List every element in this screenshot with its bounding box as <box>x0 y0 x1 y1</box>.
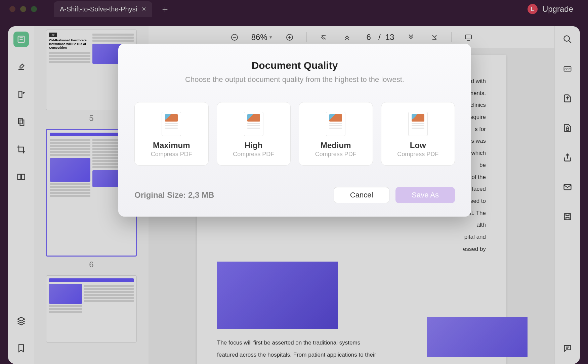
document-icon <box>326 112 345 136</box>
modal-overlay: Document Quality Choose the output docum… <box>0 0 588 364</box>
quality-low[interactable]: Low Compress PDF <box>381 102 455 166</box>
modal-title: Document Quality <box>134 60 455 71</box>
quality-maximum[interactable]: Maximum Compress PDF <box>134 102 209 166</box>
document-icon <box>408 112 428 136</box>
quality-options: Maximum Compress PDF High Compress PDF M… <box>134 102 455 166</box>
quality-high[interactable]: High Compress PDF <box>217 102 291 166</box>
modal-footer: Original Size: 2,3 MB Cancel Save As <box>134 187 455 203</box>
option-label: Medium <box>321 141 351 150</box>
option-label: High <box>245 141 262 150</box>
modal-subtitle: Choose the output document quality from … <box>134 75 455 84</box>
option-sub: Compress PDF <box>233 151 274 158</box>
document-quality-modal: Document Quality Choose the output docum… <box>118 44 471 217</box>
option-sub: Compress PDF <box>315 151 356 158</box>
save-as-button[interactable]: Save As <box>395 187 455 203</box>
option-sub: Compress PDF <box>151 151 192 158</box>
option-sub: Compress PDF <box>397 151 438 158</box>
option-label: Low <box>410 141 426 150</box>
document-icon <box>162 112 181 136</box>
document-icon <box>244 112 263 136</box>
original-size-label: Original Size: 2,3 MB <box>134 190 214 200</box>
option-label: Maximum <box>153 141 190 150</box>
quality-medium[interactable]: Medium Compress PDF <box>299 102 373 166</box>
cancel-button[interactable]: Cancel <box>334 187 389 203</box>
